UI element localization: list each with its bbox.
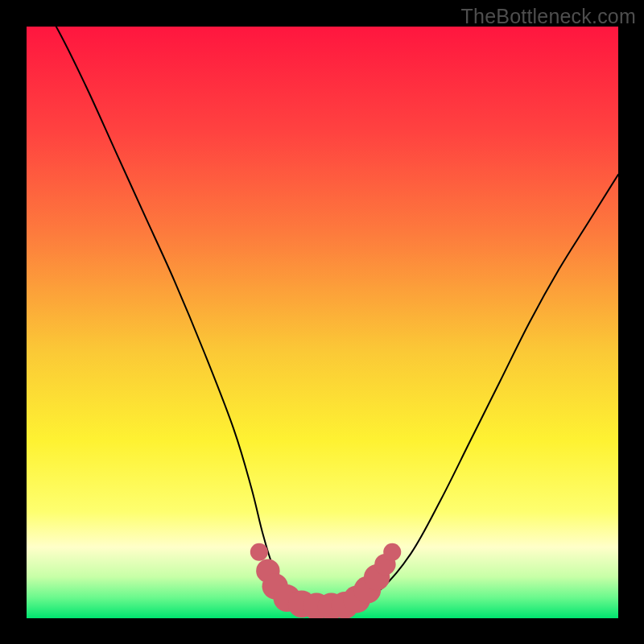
watermark-text: TheBottleneck.com — [461, 5, 636, 28]
valley-marker — [383, 543, 401, 561]
valley-markers — [250, 543, 401, 618]
plot-area — [27, 27, 618, 618]
chart-stage: TheBottleneck.com — [0, 0, 644, 644]
valley-marker — [250, 543, 268, 561]
bottleneck-curve — [27, 27, 618, 608]
curve-layer — [27, 27, 618, 618]
